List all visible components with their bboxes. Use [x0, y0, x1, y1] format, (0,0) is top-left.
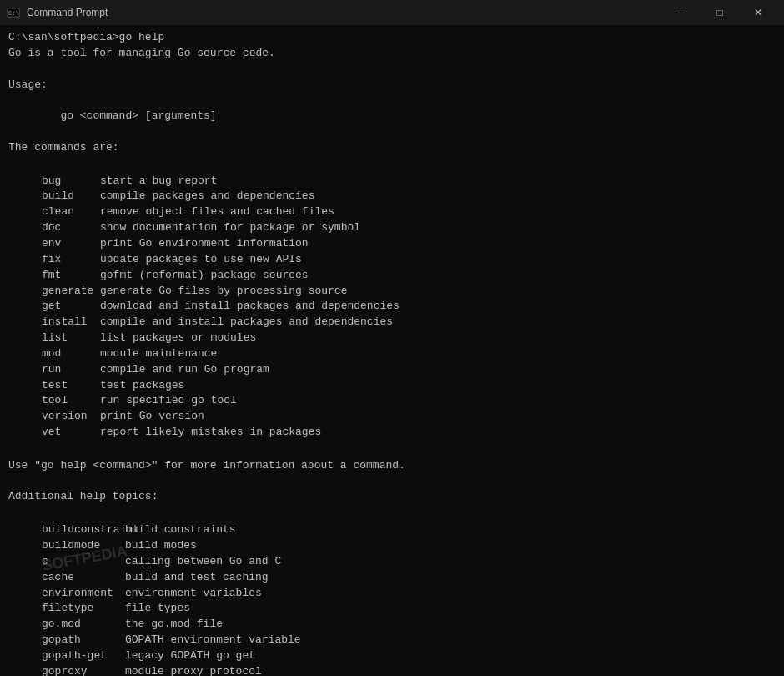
cmd-desc: report likely mistakes in packages	[100, 425, 321, 441]
svg-text:C:\: C:\	[8, 10, 19, 17]
table-row: go.modthe go.mod file	[8, 617, 776, 633]
table-row: filetypefile types	[8, 601, 776, 617]
blank5	[8, 442, 776, 458]
cmd-name: run	[8, 362, 100, 378]
table-row: toolrun specified go tool	[8, 393, 776, 409]
topic-desc: build and test caching	[125, 570, 269, 586]
table-row: ccalling between Go and C	[8, 554, 776, 570]
terminal-icon: C:\	[7, 6, 20, 19]
cmd-desc: compile packages and dependencies	[100, 189, 314, 204]
topic-desc: build modes	[125, 538, 197, 554]
table-row: bugstart a bug report	[8, 174, 776, 189]
terminal-body: C:\san\softpedia>go help Go is a tool fo…	[0, 25, 784, 676]
table-row: installcompile and install packages and …	[8, 315, 776, 330]
cmd-name: list	[8, 330, 100, 346]
cmd-name: version	[8, 409, 100, 425]
cmd-desc: print Go environment information	[100, 236, 309, 252]
cmd-desc: list packages or modules	[100, 330, 256, 346]
topic-name: go.mod	[8, 617, 125, 633]
window-title: Command Prompt	[27, 7, 108, 18]
cmd-name: fix	[8, 252, 100, 268]
topic-name: gopath-get	[8, 648, 125, 664]
prompt-line: C:\san\softpedia>go help	[8, 30, 776, 46]
cmd-name: vet	[8, 425, 100, 441]
cmd-name: env	[8, 236, 100, 252]
table-row: gopath-getlegacy GOPATH go get	[8, 648, 776, 664]
topics-table: buildconstraintbuild constraintsbuildmod…	[8, 522, 776, 676]
blank6	[8, 474, 776, 490]
cmd-desc: generate Go files by processing source	[100, 284, 347, 300]
table-row: environmentenvironment variables	[8, 586, 776, 602]
cmd-desc: module maintenance	[100, 346, 217, 362]
cmd-name: generate	[8, 284, 100, 300]
topic-name: c	[8, 554, 125, 570]
topic-name: environment	[8, 586, 125, 602]
cmd-name: doc	[8, 220, 100, 236]
maximize-button[interactable]: □	[701, 0, 739, 25]
topic-name: filetype	[8, 601, 125, 617]
cmd-desc: test packages	[100, 378, 184, 394]
cmd-name: build	[8, 189, 100, 204]
blank7	[8, 505, 776, 521]
table-row: fixupdate packages to use new APIs	[8, 252, 776, 268]
cmd-name: fmt	[8, 268, 100, 284]
table-row: modmodule maintenance	[8, 346, 776, 362]
cmd-name: tool	[8, 393, 100, 409]
table-row: fmtgofmt (reformat) package sources	[8, 268, 776, 284]
cmd-desc: download and install packages and depend…	[100, 299, 400, 315]
titlebar-left: C:\ Command Prompt	[7, 6, 108, 19]
cmd-name: mod	[8, 346, 100, 362]
table-row: docshow documentation for package or sym…	[8, 220, 776, 236]
topic-desc: the go.mod file	[125, 617, 223, 633]
topic-name: gopath	[8, 633, 125, 648]
table-row: gopathGOPATH environment variable	[8, 633, 776, 648]
titlebar: C:\ Command Prompt ─ □ ✕	[0, 0, 784, 25]
cmd-desc: show documentation for package or symbol	[100, 220, 360, 236]
usage-cmd: go <command> [arguments]	[8, 108, 776, 124]
cmd-desc: compile and run Go program	[100, 362, 269, 378]
table-row: buildmodebuild modes	[8, 538, 776, 554]
topic-name: buildmode	[8, 538, 125, 554]
cmd-desc: start a bug report	[100, 174, 217, 189]
commands-header: The commands are:	[8, 140, 776, 156]
table-row: buildconstraintbuild constraints	[8, 522, 776, 538]
blank3	[8, 124, 776, 140]
cmd-desc: compile and install packages and depende…	[100, 315, 393, 330]
topic-desc: GOPATH environment variable	[125, 633, 301, 648]
close-button[interactable]: ✕	[739, 0, 777, 25]
topic-name: goproxy	[8, 664, 125, 676]
cmd-desc: remove object files and cached files	[100, 204, 334, 220]
minimize-button[interactable]: ─	[662, 0, 701, 25]
usage-label: Usage:	[8, 78, 776, 93]
cmd-name: test	[8, 378, 100, 394]
cmd-name: bug	[8, 174, 100, 189]
help-note: Use "go help <command>" for more informa…	[8, 458, 776, 474]
table-row: getdownload and install packages and dep…	[8, 299, 776, 315]
table-row: envprint Go environment information	[8, 236, 776, 252]
table-row: cleanremove object files and cached file…	[8, 204, 776, 220]
additional-header: Additional help topics:	[8, 489, 776, 505]
table-row: cachebuild and test caching	[8, 570, 776, 586]
blank2	[8, 93, 776, 108]
table-row: versionprint Go version	[8, 409, 776, 425]
topic-desc: build constraints	[125, 522, 236, 538]
table-row: testtest packages	[8, 378, 776, 394]
cmd-name: get	[8, 299, 100, 315]
cmd-desc: print Go version	[100, 409, 204, 425]
topic-name: buildconstraint	[8, 522, 125, 538]
window: C:\ Command Prompt ─ □ ✕ C:\san\softpedi…	[0, 0, 784, 676]
table-row: generategenerate Go files by processing …	[8, 284, 776, 300]
topic-desc: module proxy protocol	[125, 664, 262, 676]
cmd-desc: run specified go tool	[100, 393, 237, 409]
subtitle-line: Go is a tool for managing Go source code…	[8, 46, 776, 62]
table-row: buildcompile packages and dependencies	[8, 189, 776, 204]
table-row: goproxymodule proxy protocol	[8, 664, 776, 676]
cmd-desc: gofmt (reformat) package sources	[100, 268, 309, 284]
table-row: runcompile and run Go program	[8, 362, 776, 378]
topic-desc: calling between Go and C	[125, 554, 281, 570]
commands-table: bugstart a bug reportbuildcompile packag…	[8, 174, 776, 441]
table-row: listlist packages or modules	[8, 330, 776, 346]
topic-desc: environment variables	[125, 586, 262, 602]
topic-desc: file types	[125, 601, 190, 617]
titlebar-controls: ─ □ ✕	[662, 0, 777, 25]
